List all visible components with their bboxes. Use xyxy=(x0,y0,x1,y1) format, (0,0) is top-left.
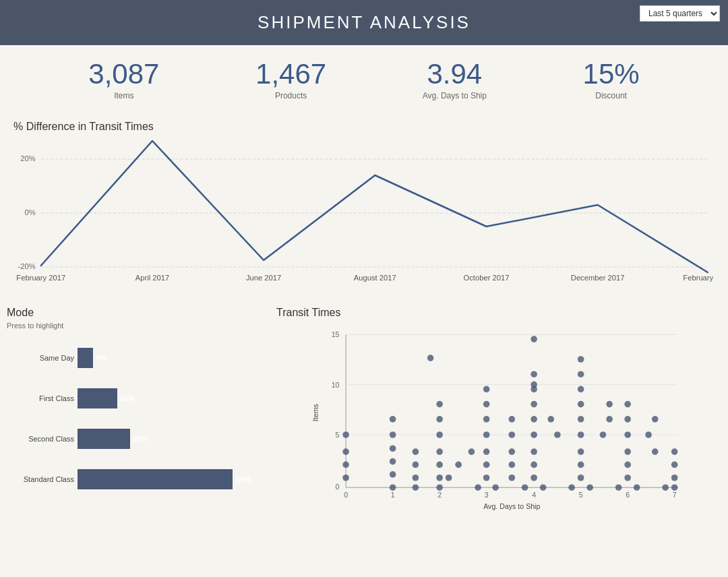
svg-point-118 xyxy=(413,485,419,491)
svg-point-72 xyxy=(530,462,537,468)
svg-text:0%: 0% xyxy=(24,208,35,216)
svg-point-114 xyxy=(652,448,659,455)
svg-point-126 xyxy=(508,416,515,423)
svg-point-119 xyxy=(547,416,554,423)
svg-text:15: 15 xyxy=(332,330,340,338)
svg-text:59%: 59% xyxy=(236,475,251,483)
svg-point-62 xyxy=(483,475,490,481)
svg-point-117 xyxy=(413,475,419,481)
svg-point-91 xyxy=(568,485,575,491)
svg-point-102 xyxy=(671,475,678,481)
svg-point-85 xyxy=(578,448,584,455)
filter-bar: Last 5 quartersLast 4 quartersLast 8 qua… xyxy=(640,5,720,22)
svg-text:0: 0 xyxy=(336,483,340,491)
kpi-items: 3,087 Items xyxy=(88,59,159,100)
line-chart-title: % Difference in Transit Times xyxy=(13,121,715,133)
svg-point-56 xyxy=(436,448,443,455)
kpi-products-value: 1,467 xyxy=(255,59,326,90)
svg-text:2: 2 xyxy=(437,491,442,499)
bottom-row: Mode Press to highlight Same Day 6% Firs… xyxy=(0,300,728,529)
svg-point-68 xyxy=(483,386,490,393)
svg-text:20%: 20% xyxy=(133,435,148,443)
svg-point-87 xyxy=(578,416,584,423)
kpi-days: 3.94 Avg. Days to Ship xyxy=(423,59,487,100)
svg-point-75 xyxy=(530,416,537,423)
svg-point-66 xyxy=(483,416,490,423)
svg-point-74 xyxy=(530,431,537,438)
svg-point-67 xyxy=(483,401,490,408)
svg-point-57 xyxy=(436,431,443,438)
svg-text:Second Class: Second Class xyxy=(28,435,74,443)
svg-point-46 xyxy=(342,448,349,455)
svg-point-99 xyxy=(624,401,631,408)
svg-text:5: 5 xyxy=(336,431,340,439)
svg-point-107 xyxy=(446,475,452,481)
bar-chart-subtitle: Press to highlight xyxy=(7,322,263,330)
svg-point-65 xyxy=(483,431,490,438)
svg-point-52 xyxy=(390,416,396,423)
svg-point-48 xyxy=(390,471,396,478)
kpi-products: 1,467 Products xyxy=(255,59,326,100)
bar-chart-section: Mode Press to highlight Same Day 6% Firs… xyxy=(7,300,263,529)
svg-point-51 xyxy=(390,431,396,438)
svg-point-95 xyxy=(624,462,631,468)
svg-text:First Class: First Class xyxy=(39,394,74,402)
svg-text:February 2018: February 2018 xyxy=(683,274,715,282)
svg-text:Items: Items xyxy=(311,404,320,421)
kpi-items-value: 3,087 xyxy=(88,59,159,90)
svg-point-101 xyxy=(634,485,640,491)
svg-text:0: 0 xyxy=(344,491,348,499)
svg-point-84 xyxy=(578,462,584,468)
svg-point-82 xyxy=(530,382,537,388)
svg-point-89 xyxy=(578,386,584,393)
svg-text:1: 1 xyxy=(391,491,395,499)
kpi-discount-value: 15% xyxy=(583,59,640,90)
svg-point-78 xyxy=(530,371,537,378)
svg-point-60 xyxy=(436,485,443,491)
svg-point-125 xyxy=(508,475,515,481)
svg-point-50 xyxy=(390,446,396,452)
svg-point-106 xyxy=(671,485,678,491)
svg-point-120 xyxy=(606,416,613,423)
svg-rect-23 xyxy=(78,469,233,489)
svg-text:February 2017: February 2017 xyxy=(16,274,65,282)
svg-point-76 xyxy=(530,401,537,408)
svg-point-92 xyxy=(586,485,593,491)
svg-point-59 xyxy=(436,401,443,408)
svg-point-100 xyxy=(615,485,622,491)
svg-point-80 xyxy=(540,485,547,491)
kpi-discount: 15% Discount xyxy=(583,59,640,100)
svg-text:15%: 15% xyxy=(120,394,135,402)
svg-point-112 xyxy=(600,431,607,438)
filter-select[interactable]: Last 5 quartersLast 4 quartersLast 8 qua… xyxy=(640,5,720,22)
svg-point-113 xyxy=(645,431,652,438)
kpi-discount-label: Discount xyxy=(583,91,640,100)
svg-text:December 2017: December 2017 xyxy=(571,274,625,282)
svg-point-110 xyxy=(508,431,515,438)
svg-point-104 xyxy=(671,448,678,455)
svg-point-49 xyxy=(390,458,396,465)
svg-point-47 xyxy=(342,431,349,438)
svg-point-70 xyxy=(492,485,499,491)
svg-rect-20 xyxy=(78,429,130,449)
svg-point-123 xyxy=(508,448,515,455)
svg-point-73 xyxy=(530,448,537,455)
svg-text:6: 6 xyxy=(626,491,630,499)
svg-text:August 2017: August 2017 xyxy=(354,274,396,282)
svg-text:April 2017: April 2017 xyxy=(135,274,169,282)
bar-chart-svg: Same Day 6% First Class 15% Second Class… xyxy=(7,331,263,520)
svg-text:7: 7 xyxy=(673,491,677,499)
kpi-items-label: Items xyxy=(88,91,159,100)
bar-chart-title: Mode xyxy=(7,307,263,319)
svg-point-58 xyxy=(436,416,443,423)
line-chart-svg: 20% 0% -20% February 2017 April 2017 Jun… xyxy=(13,135,715,284)
svg-point-63 xyxy=(483,462,490,468)
kpi-row: 3,087 Items 1,467 Products 3.94 Avg. Day… xyxy=(0,45,728,114)
svg-text:October 2017: October 2017 xyxy=(464,274,510,282)
svg-point-116 xyxy=(413,462,419,468)
svg-point-71 xyxy=(530,475,537,481)
svg-point-86 xyxy=(578,431,584,438)
svg-rect-17 xyxy=(78,388,117,408)
title-text: SHIPMENT ANALYSIS xyxy=(257,12,471,32)
svg-point-69 xyxy=(475,485,481,491)
